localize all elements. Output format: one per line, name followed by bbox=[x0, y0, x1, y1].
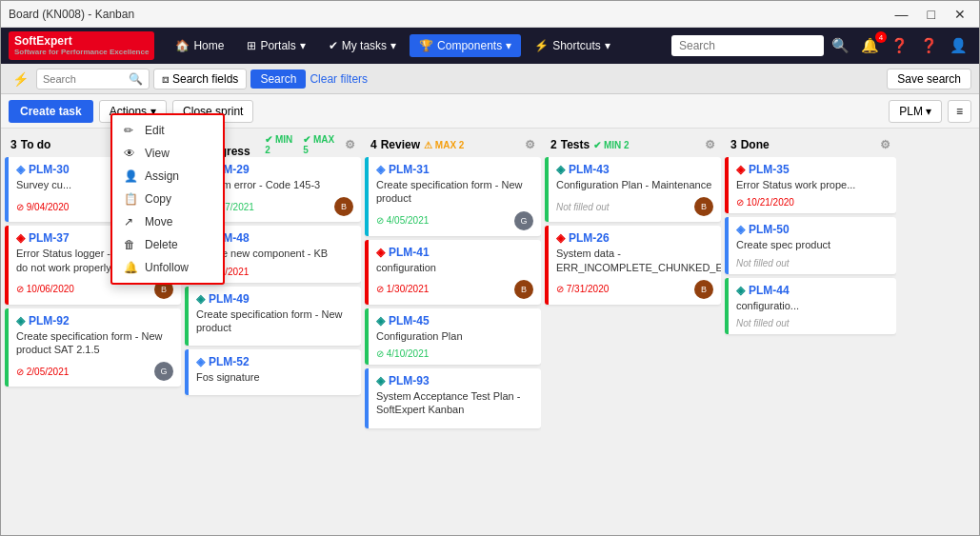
card-type-icon: ◈ bbox=[556, 163, 565, 176]
card-footer: Not filled out bbox=[736, 318, 889, 328]
col-settings-icon[interactable]: ⚙ bbox=[345, 138, 355, 151]
col-header-done: 3Done⚙ bbox=[725, 132, 896, 157]
col-settings-icon[interactable]: ⚙ bbox=[705, 138, 715, 151]
task-card[interactable]: ◈ PLM-45 Configuration Plan ⊘ 4/10/2021 bbox=[365, 308, 541, 365]
components-nav-button[interactable]: 🏆 Components ▾ bbox=[410, 34, 521, 57]
task-card[interactable]: ◈ PLM-93 System Acceptance Test Plan - S… bbox=[365, 368, 541, 428]
card-id-text: PLM-37 bbox=[29, 231, 70, 245]
top-search-input[interactable] bbox=[671, 35, 824, 56]
task-card[interactable]: ◈ PLM-43 Configuration Plan - Maintenanc… bbox=[545, 157, 721, 222]
card-type-icon: ◈ bbox=[16, 163, 25, 176]
col-cards-review: ◈ PLM-31 Create specification form - New… bbox=[365, 157, 541, 536]
task-card[interactable]: ◈ PLM-52 Fos signature bbox=[185, 349, 361, 395]
col-count: 3 bbox=[730, 138, 737, 151]
card-id-text: PLM-50 bbox=[749, 223, 790, 236]
menu-item-icon: 🗑 bbox=[124, 238, 137, 251]
card-title: Create specification form - New product bbox=[196, 308, 353, 335]
search-button[interactable]: Search bbox=[250, 69, 306, 89]
col-settings-icon[interactable]: ⚙ bbox=[525, 138, 535, 151]
help-icon-button[interactable]: ❓ bbox=[916, 35, 942, 56]
card-id: ◈ PLM-31 bbox=[376, 163, 533, 176]
task-card[interactable]: ◈ PLM-41 configuration ⊘ 1/30/2021 B bbox=[365, 240, 541, 305]
task-card[interactable]: ◈ PLM-35 Error Status work prope... ⊘ 10… bbox=[725, 157, 896, 213]
notification-badge: 4 bbox=[875, 31, 887, 43]
card-date: ⊘ 2/05/2021 bbox=[16, 367, 69, 377]
card-title: Configuration Plan - Maintenance bbox=[556, 178, 713, 191]
check-icon: ✔ bbox=[329, 39, 338, 52]
card-footer: ⊘ 4/10/2021 bbox=[376, 348, 533, 359]
task-card[interactable]: ◈ PLM-31 Create specification form - New… bbox=[365, 157, 541, 236]
card-footer: ⊘ 2/05/2021 G bbox=[16, 362, 173, 381]
actions-menu-item-move[interactable]: ↗Move bbox=[112, 210, 223, 233]
portals-nav-button[interactable]: ⊞ Portals ▾ bbox=[237, 34, 314, 57]
card-date: ⊘ 7/31/2020 bbox=[556, 284, 609, 294]
close-button[interactable]: ✕ bbox=[949, 7, 971, 22]
col-count: 4 bbox=[370, 138, 377, 151]
card-id-text: PLM-45 bbox=[389, 314, 430, 328]
card-id: ◈ PLM-26 bbox=[556, 231, 713, 245]
card-date: Not filled out bbox=[556, 202, 610, 212]
sidebar-toggle-icon[interactable]: ⚡ bbox=[9, 69, 32, 89]
clear-filters-button[interactable]: Clear filters bbox=[310, 72, 368, 86]
card-title: Create specification form - New product bbox=[376, 178, 533, 206]
actions-menu-item-copy[interactable]: 📋Copy bbox=[112, 188, 223, 210]
mytasks-nav-button[interactable]: ✔ My tasks ▾ bbox=[319, 34, 406, 57]
card-date: ⊘ 4/05/2021 bbox=[376, 215, 429, 226]
plm-selector-button[interactable]: PLM ▾ bbox=[889, 100, 942, 123]
actions-menu-item-assign[interactable]: 👤Assign bbox=[112, 165, 223, 188]
kanban-column-done: 3Done⚙ ◈ PLM-35 Error Status work prope.… bbox=[725, 132, 896, 536]
menu-item-icon: 👤 bbox=[124, 169, 137, 183]
menu-item-label: View bbox=[145, 147, 170, 160]
components-chevron-icon: ▾ bbox=[506, 39, 511, 52]
search-icon-button[interactable]: 🔍 bbox=[828, 35, 853, 56]
col-settings-icon[interactable]: ⚙ bbox=[880, 138, 890, 151]
card-type-icon: ◈ bbox=[376, 163, 385, 176]
card-footer: Not filled out bbox=[736, 258, 889, 268]
home-nav-button[interactable]: 🏠 Home bbox=[166, 34, 233, 57]
task-card[interactable]: ◈ PLM-92 Create specification form - New… bbox=[5, 308, 181, 387]
actions-menu-item-edit[interactable]: ✏Edit bbox=[112, 119, 223, 142]
card-id-text: PLM-93 bbox=[389, 374, 430, 387]
bolt-icon: ⚡ bbox=[534, 39, 549, 52]
card-id: ◈ PLM-44 bbox=[736, 284, 889, 297]
actions-menu-item-delete[interactable]: 🗑Delete bbox=[112, 233, 223, 256]
card-type-icon: ◈ bbox=[736, 284, 745, 297]
card-id-text: PLM-35 bbox=[749, 163, 790, 176]
task-card[interactable]: ◈ PLM-50 Create spec product Not filled … bbox=[725, 217, 896, 273]
menu-item-icon: ↗ bbox=[124, 215, 137, 228]
support-icon-button[interactable]: ❓ bbox=[887, 35, 912, 56]
user-avatar-button[interactable]: 👤 bbox=[946, 35, 971, 56]
save-search-button[interactable]: Save search bbox=[887, 69, 971, 89]
card-id: ◈ PLM-41 bbox=[376, 246, 533, 259]
task-card[interactable]: ◈ PLM-26 System data - ERR_INCOMPLETE_CH… bbox=[545, 226, 721, 305]
task-card[interactable]: ◈ PLM-44 configuratio... Not filled out bbox=[725, 278, 896, 334]
search-magnifier-icon: 🔍 bbox=[129, 72, 143, 86]
shortcuts-nav-button[interactable]: ⚡ Shortcuts ▾ bbox=[525, 34, 620, 57]
card-date: ⊘ 10/06/2020 bbox=[16, 284, 74, 294]
filter-icon: ⧈ bbox=[162, 72, 170, 86]
card-title: configuratio... bbox=[736, 299, 889, 312]
card-date: ⊘ 4/10/2021 bbox=[376, 348, 429, 359]
card-type-icon: ◈ bbox=[16, 231, 25, 245]
search-fields-button[interactable]: ⧈ Search fields bbox=[153, 69, 247, 89]
card-type-icon: ◈ bbox=[376, 314, 385, 328]
maximize-button[interactable]: □ bbox=[922, 7, 941, 22]
card-id-text: PLM-44 bbox=[749, 284, 790, 297]
minimize-button[interactable]: — bbox=[890, 7, 914, 22]
create-task-button[interactable]: Create task bbox=[9, 100, 93, 123]
card-id: ◈ PLM-43 bbox=[556, 163, 713, 176]
task-card[interactable]: ◈ PLM-49 Create specification form - New… bbox=[185, 287, 361, 347]
card-title: Configuration Plan bbox=[376, 329, 533, 343]
menu-item-label: Unfollow bbox=[145, 261, 189, 274]
kanban-column-review: 4Review⚠ MAX 2⚙ ◈ PLM-31 Create specific… bbox=[365, 132, 541, 536]
card-title: System Acceptance Test Plan - SoftExpert… bbox=[376, 389, 533, 417]
card-type-icon: ◈ bbox=[376, 374, 385, 387]
actions-menu-item-view[interactable]: 👁View bbox=[112, 142, 223, 165]
view-toggle-button[interactable]: ≡ bbox=[948, 100, 971, 123]
menu-item-label: Delete bbox=[145, 238, 178, 251]
actions-menu-item-unfollow[interactable]: 🔔Unfollow bbox=[112, 256, 223, 279]
search-input[interactable] bbox=[43, 73, 129, 85]
card-id-text: PLM-31 bbox=[389, 163, 430, 176]
mytasks-chevron-icon: ▾ bbox=[390, 39, 396, 52]
card-type-icon: ◈ bbox=[196, 292, 205, 306]
